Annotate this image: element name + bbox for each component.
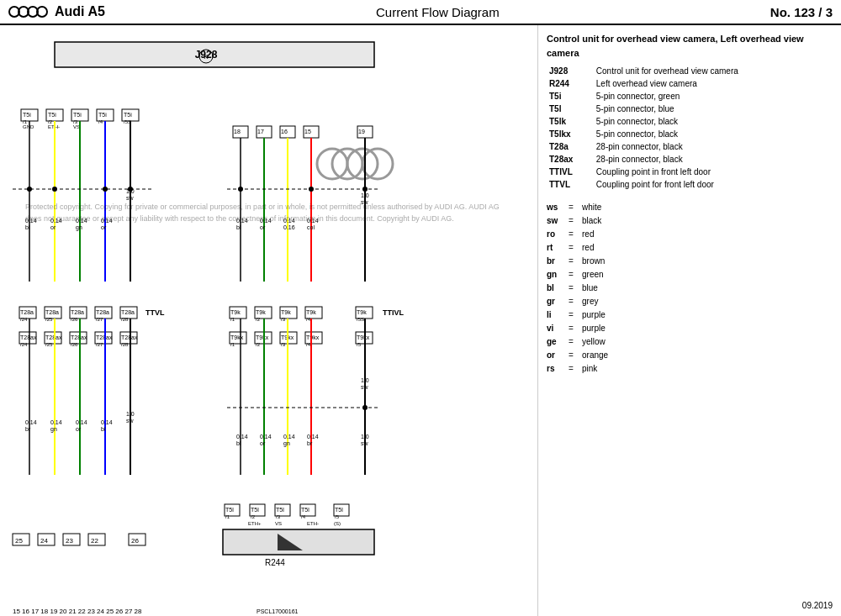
svg-point-40 <box>103 187 108 192</box>
svg-text:/1: /1 <box>230 342 235 347</box>
svg-text:/4: /4 <box>306 317 311 322</box>
svg-text:or: or <box>101 224 107 230</box>
svg-text:T28a: T28a <box>45 309 59 315</box>
legend-desc: 5-pin connector, black <box>594 115 833 128</box>
legend-code: T5lk <box>547 115 594 128</box>
color-code: bl <box>547 282 565 295</box>
watermark-text: Protected copyright. Copying for private… <box>25 202 513 224</box>
svg-text:ETH-: ETH- <box>307 521 319 526</box>
svg-text:T28ax: T28ax <box>121 334 138 340</box>
svg-text:VS: VS <box>275 521 282 526</box>
legend-desc: 28-pin connector, black <box>594 153 833 166</box>
color-legend: ws=whitesw=blackro=redrt=redbr=browngn=g… <box>547 201 833 376</box>
svg-text:/4: /4 <box>306 342 311 347</box>
legend-desc: 5-pin connector, green <box>594 90 833 103</box>
svg-text:T9kx: T9kx <box>306 334 320 340</box>
svg-text:or: or <box>260 224 266 230</box>
svg-text:T28a: T28a <box>121 309 135 315</box>
svg-text:ETH+: ETH+ <box>248 521 262 526</box>
legend-code: T28a <box>547 140 594 153</box>
svg-text:26: 26 <box>131 537 139 545</box>
color-name: green <box>582 268 604 282</box>
color-code: ws <box>547 201 565 214</box>
svg-text:/1: /1 <box>230 317 235 322</box>
legend-code: TTVL <box>547 178 594 191</box>
svg-point-128 <box>238 187 243 192</box>
svg-text:or: or <box>260 440 266 446</box>
audi-logo <box>8 6 48 18</box>
svg-text:bl: bl <box>25 224 30 230</box>
svg-text:T5l: T5l <box>251 507 259 513</box>
svg-text:/24: /24 <box>20 342 28 347</box>
color-row: br=brown <box>547 255 833 268</box>
header: Audi A5 Current Flow Diagram No. 123 / 3 <box>0 0 841 25</box>
color-code: rs <box>547 362 565 376</box>
svg-text:1.0: 1.0 <box>361 377 369 383</box>
svg-text:T28a: T28a <box>20 309 34 315</box>
svg-text:or: or <box>76 426 82 432</box>
svg-text:T9k: T9k <box>281 309 291 315</box>
legend-desc: 5-pin connector, black <box>594 128 833 140</box>
svg-text:1.0: 1.0 <box>126 411 135 417</box>
svg-text:gn: gn <box>50 426 57 433</box>
svg-text:0.14: 0.14 <box>25 419 37 425</box>
info-title: Control unit for overhead view camera, L… <box>547 32 833 60</box>
svg-text:T9k: T9k <box>256 309 266 315</box>
svg-text:/5: /5 <box>357 342 362 347</box>
svg-text:15   16   17   18   19   20   : 15 16 17 18 19 20 21 22 23 24 25 26 27 2… <box>13 608 142 615</box>
color-row: rt=red <box>547 241 833 255</box>
svg-text:T5i: T5i <box>48 112 56 118</box>
svg-text:TTVL: TTVL <box>145 308 165 317</box>
diagram-number: No. 123 / 3 <box>770 5 833 19</box>
svg-text:T5i: T5i <box>23 112 31 118</box>
svg-text:K: K <box>204 53 209 61</box>
color-code: vi <box>547 322 565 335</box>
color-name: orange <box>582 349 608 362</box>
svg-text:or: or <box>50 224 56 230</box>
color-row: bl=blue <box>547 282 833 295</box>
legend-row: TTVLCoupling point for front left door <box>547 178 833 191</box>
svg-text:gn: gn <box>76 224 82 231</box>
svg-text:/27: /27 <box>96 342 103 347</box>
svg-text:T28a: T28a <box>96 309 109 315</box>
svg-text:/26: /26 <box>71 317 78 322</box>
legend-row: T5l5-pin connector, blue <box>547 103 833 115</box>
svg-text:/3: /3 <box>276 514 281 519</box>
svg-text:/24: /24 <box>20 317 28 322</box>
svg-text:sw: sw <box>126 418 135 424</box>
color-code: gn <box>547 268 565 282</box>
svg-text:(S): (S) <box>334 521 341 526</box>
legend-row: T5i5-pin connector, green <box>547 90 833 103</box>
svg-text:br: br <box>25 426 31 432</box>
color-row: rs=pink <box>547 362 833 376</box>
svg-text:25: 25 <box>15 537 23 545</box>
svg-text:/3: /3 <box>281 317 286 322</box>
color-name: grey <box>582 295 598 308</box>
legend-code: TTIVL <box>547 166 594 178</box>
svg-point-168 <box>362 405 368 410</box>
color-name: pink <box>582 362 597 376</box>
brand-title: Audi A5 <box>55 4 105 19</box>
svg-text:sw: sw <box>361 440 369 446</box>
info-panel: Control unit for overhead view camera, L… <box>538 25 841 616</box>
color-row: li=purple <box>547 308 833 322</box>
svg-text:/3: /3 <box>281 342 286 347</box>
svg-text:bl: bl <box>101 426 106 432</box>
color-code: ge <box>547 335 565 349</box>
svg-text:T9kx: T9kx <box>256 334 269 340</box>
svg-text:col: col <box>307 224 315 230</box>
color-name: red <box>582 228 594 241</box>
color-name: red <box>582 241 594 255</box>
svg-text:/25: /25 <box>45 317 53 322</box>
svg-text:sw: sw <box>361 384 369 390</box>
legend-row: T28ax28-pin connector, black <box>547 153 833 166</box>
svg-text:bl: bl <box>236 224 241 230</box>
svg-text:19: 19 <box>358 129 365 134</box>
legend-row: J928Control unit for overhead view camer… <box>547 65 833 77</box>
color-code: sw <box>547 214 565 228</box>
color-row: gr=grey <box>547 295 833 308</box>
svg-text:18: 18 <box>234 129 241 134</box>
svg-text:T9k: T9k <box>357 309 367 315</box>
svg-text:/25: /25 <box>45 342 53 347</box>
legend-code: T5l <box>547 103 594 115</box>
